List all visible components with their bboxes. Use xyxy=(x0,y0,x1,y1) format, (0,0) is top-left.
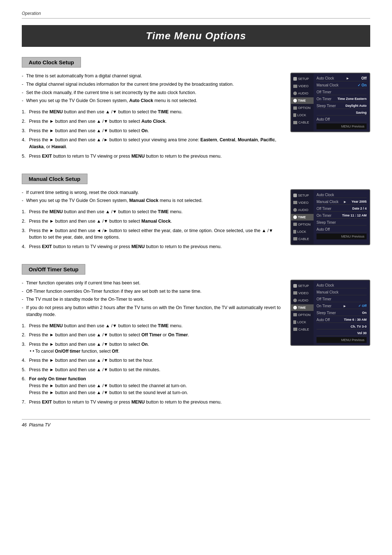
tv-right-menu: Auto Clock Manual Clock►Year 2005 Off Ti… xyxy=(314,190,369,244)
manual-clock-bullets: If current time setting is wrong, reset … xyxy=(22,189,283,204)
tv-row: Sleep TimerDaylight Auto xyxy=(317,103,367,109)
tv-menu-cable: CABLE xyxy=(291,326,314,333)
step-item: 3. Press the ► button and then use ▲ /▼ … xyxy=(22,127,283,134)
bullet-item: If you do not press any button within 2 … xyxy=(22,304,283,318)
auto-clock-steps: 1. Press the MENU button and then use ▲ … xyxy=(22,109,283,160)
tv-row: Ch. TV 3-0 xyxy=(317,324,367,329)
bullet-item: Off-Timer function overrides On-Timer fu… xyxy=(22,288,283,295)
tv-bottom-bar: MENU Previous xyxy=(317,234,367,239)
tv-menu-cable: CABLE xyxy=(291,236,314,242)
tv-menu-audio: AUDIO xyxy=(291,90,314,97)
step-item: 5. Press the ► button and then use ▲ /▼ … xyxy=(22,366,283,373)
on-off-timer-steps: 1. Press the MENU button and then use ▲ … xyxy=(22,323,283,406)
auto-clock-text: The time is set automatically from a dig… xyxy=(22,73,283,163)
bullet-item: When you set up the TV Guide On Screen s… xyxy=(22,97,283,104)
tv-menu-option: OPTION xyxy=(291,105,314,111)
tv-left-menu: SETUP VIDEO AUDIO TIME xyxy=(291,190,314,244)
tv-row: Auto Off xyxy=(317,227,367,232)
on-off-timer-section: On/Off Timer Setup Timer function operat… xyxy=(22,264,370,409)
tv-menu-option: OPTION xyxy=(291,312,314,318)
tv-row: Sleep TimerOn xyxy=(317,310,367,316)
step-item: 6. For only On timer function Press the … xyxy=(22,376,283,396)
manual-clock-content: If current time setting is wrong, reset … xyxy=(22,189,370,253)
auto-clock-title: Auto Clock Setup xyxy=(22,57,81,68)
step-item: 2. Press the ► button and then use ▲ /▼ … xyxy=(22,118,283,125)
tv-menu-lock: LOCK xyxy=(291,228,314,235)
bullet-item: The time is set automatically from a dig… xyxy=(22,73,283,80)
step-item: 7. Press EXIT button to return to TV vie… xyxy=(22,399,283,406)
tv-left-menu: SETUP VIDEO AUDIO TIME xyxy=(291,280,314,345)
tv-right-menu: Auto Clock Manual Clock Off Timer On Tim… xyxy=(314,280,369,345)
tv-row: Auto Clock xyxy=(317,192,367,198)
step-item: 1. Press the MENU button and then use ▲ … xyxy=(22,109,283,116)
auto-clock-section: Auto Clock Setup The time is set automat… xyxy=(22,57,370,163)
step-item: 5. Press EXIT button to return to TV vie… xyxy=(22,153,283,160)
tv-bottom-bar: MENU Previous xyxy=(317,123,367,129)
tv-menu-video: VIDEO xyxy=(291,83,314,89)
bullet-item: When you set up the TV Guide On Screen s… xyxy=(22,197,283,204)
page-title: Time Menu Options xyxy=(22,25,370,47)
tv-screenshot-manual-clock: SETUP VIDEO AUDIO TIME xyxy=(290,189,370,245)
step-item: 3. Press the ► button and then use ▲ /▼ … xyxy=(22,341,283,355)
tv-left-menu: SETUP VIDEO AUDIO TIME xyxy=(291,73,314,131)
tv-menu-cable: CABLE xyxy=(291,119,314,126)
tv-menu-lock: LOCK xyxy=(291,319,314,325)
bullet-item: Timer function operates only if current … xyxy=(22,280,283,287)
manual-clock-text: If current time setting is wrong, reset … xyxy=(22,189,283,253)
tv-row: Manual Clock✓ On xyxy=(317,82,367,88)
tv-row: Auto OffTime 6 : 30 AM xyxy=(317,317,367,323)
tv-row: Saving xyxy=(317,110,367,116)
bullet-item: The TV must be in standby mode for the O… xyxy=(22,296,283,303)
tv-row: On TimerTime 11 : 12 AM xyxy=(317,213,367,219)
tv-menu-video: VIDEO xyxy=(291,290,314,296)
step-item: 1. Press the MENU button and then use ▲ … xyxy=(22,208,283,215)
bottom-divider xyxy=(22,419,370,420)
tv-right-menu: Auto Clock►Off Manual Clock✓ On Off Time… xyxy=(314,73,369,131)
tv-menu-lock: LOCK xyxy=(291,112,314,118)
top-divider xyxy=(22,18,370,19)
footer: 46 Plasma TV xyxy=(22,422,370,428)
on-off-timer-content: Timer function operates only if current … xyxy=(22,280,370,409)
manual-clock-section: Manual Clock Setup If current time setti… xyxy=(22,174,370,253)
on-off-timer-bullets: Timer function operates only if current … xyxy=(22,280,283,318)
tv-menu-audio: AUDIO xyxy=(291,297,314,304)
manual-clock-title: Manual Clock Setup xyxy=(22,174,87,184)
on-off-timer-text: Timer function operates only if current … xyxy=(22,280,283,409)
on-off-timer-title: On/Off Timer Setup xyxy=(22,264,85,275)
tv-bottom-bar: MENU Previous xyxy=(317,337,367,343)
bullet-item: If current time setting is wrong, reset … xyxy=(22,189,283,196)
step-item: 3. Press the ► button and then use ◄ /► … xyxy=(22,227,283,241)
bullet-item: Set the clock manually, if the current t… xyxy=(22,89,283,96)
step-item: 4. Press the ► button and then use ▲ /▼ … xyxy=(22,357,283,364)
tv-menu-setup: SETUP xyxy=(291,283,314,289)
tv-menu-setup: SETUP xyxy=(291,76,314,82)
auto-clock-content: The time is set automatically from a dig… xyxy=(22,73,370,163)
step-item: 1. Press the MENU button and then use ▲ … xyxy=(22,323,283,329)
page-number: 46 Plasma TV xyxy=(22,422,50,428)
step-item: 2. Press the ► button and then use ▲ /▼ … xyxy=(22,332,283,339)
tv-row: On TimerTime Zone Eastern xyxy=(317,96,367,102)
tv-menu-setup: SETUP xyxy=(291,192,314,199)
tv-row: Vol 30 xyxy=(317,331,367,336)
manual-clock-steps: 1. Press the MENU button and then use ▲ … xyxy=(22,208,283,250)
tv-menu-option: OPTION xyxy=(291,221,314,228)
tv-row: Manual Clock xyxy=(317,289,367,295)
step-item: 4. Press the ► button and then use ▲ /► … xyxy=(22,137,283,150)
tv-screenshot-auto-clock: SETUP VIDEO AUDIO TIME xyxy=(290,73,370,132)
operation-label: Operation xyxy=(22,11,370,16)
step-item: 4. Press EXIT button to return to TV vie… xyxy=(22,243,283,250)
tv-row: Auto Off xyxy=(317,117,367,122)
tv-row: Off Timer xyxy=(317,296,367,302)
tv-menu-time: TIME xyxy=(291,97,314,104)
tv-row: Auto Clock xyxy=(317,283,367,288)
auto-clock-bullets: The time is set automatically from a dig… xyxy=(22,73,283,104)
tv-row: Off Timer xyxy=(317,89,367,95)
tv-menu-time: TIME xyxy=(291,214,314,220)
tv-menu-time: TIME xyxy=(291,304,314,311)
tv-row: Sleep Timer xyxy=(317,220,367,226)
tv-row: On Timer►✓ Off xyxy=(317,303,367,309)
tv-screenshot-on-off-timer: SETUP VIDEO AUDIO TIME xyxy=(290,280,370,346)
bullet-item: The digital channel signal includes info… xyxy=(22,81,283,88)
tv-row: Auto Clock►Off xyxy=(317,76,367,81)
step-item: 2. Press the ► button and then use ▲ /▼ … xyxy=(22,218,283,225)
